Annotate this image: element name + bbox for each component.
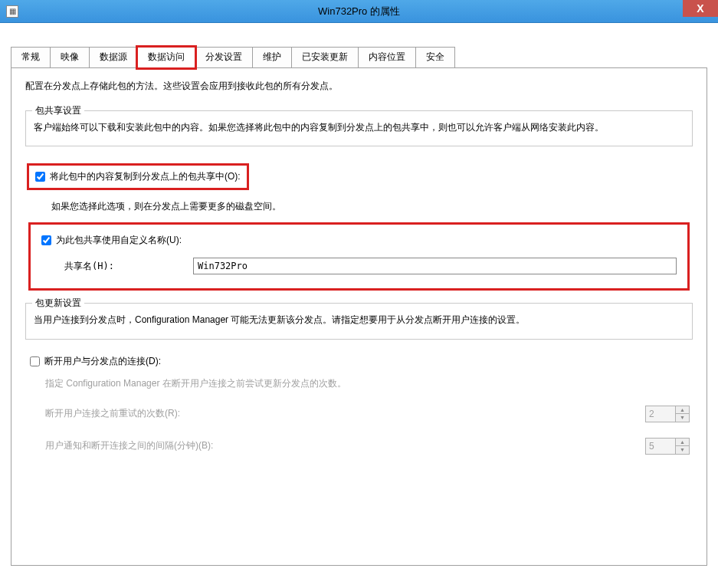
tab-data-access[interactable]: 数据访问 [137, 47, 195, 68]
custom-name-highlight: 为此包共享使用自定义名称(U): 共享名(H): [28, 222, 690, 291]
custom-name-label: 为此包共享使用自定义名称(U): [56, 234, 182, 247]
window-title: Win732Pro 的属性 [0, 5, 718, 18]
retry-count-up: ▲ [676, 406, 689, 415]
retry-count-label: 断开用户连接之前重试的次数(R): [45, 407, 645, 420]
interval-buttons: ▲ ▼ [675, 439, 689, 454]
interval-down: ▼ [676, 446, 689, 454]
dialog-body: 常规 映像 数据源 数据访问 分发设置 维护 已安装更新 内容位置 安全 配置在… [0, 23, 718, 588]
interval-spinner: ▲ ▼ [645, 438, 690, 455]
update-settings-desc: 当用户连接到分发点时，Configuration Manager 可能无法更新该… [34, 313, 684, 327]
copy-note: 如果您选择此选项，则在分发点上需要更多的磁盘空间。 [51, 199, 693, 213]
retry-count-buttons: ▲ ▼ [675, 406, 689, 422]
share-settings-desc: 客户端始终可以下载和安装此包中的内容。如果您选择将此包中的内容复制到分发点上的包… [34, 120, 684, 135]
tab-general[interactable]: 常规 [11, 47, 51, 68]
tab-distribution[interactable]: 分发设置 [195, 47, 253, 68]
share-name-input[interactable] [193, 258, 677, 274]
tab-images[interactable]: 映像 [50, 47, 90, 68]
retry-count-input [646, 406, 675, 422]
retry-count-spinner: ▲ ▼ [645, 406, 690, 422]
copy-to-share-checkbox-row[interactable]: 将此包中的内容复制到分发点上的包共享中(O): [35, 170, 241, 183]
titlebar: ▦ Win732Pro 的属性 X [0, 0, 718, 23]
update-settings-legend: 包更新设置 [32, 297, 84, 310]
interval-input [646, 439, 675, 454]
intro-text: 配置在分发点上存储此包的方法。这些设置会应用到接收此包的所有分发点。 [25, 79, 693, 94]
tab-content-locations[interactable]: 内容位置 [358, 47, 416, 68]
update-settings-group: 包更新设置 当用户连接到分发点时，Configuration Manager 可… [25, 303, 693, 339]
tab-datasource[interactable]: 数据源 [89, 47, 138, 68]
disconnect-checkbox[interactable] [30, 356, 40, 366]
custom-name-checkbox[interactable] [41, 235, 51, 245]
share-name-label: 共享名(H): [64, 260, 193, 273]
retry-count-row: 断开用户连接之前重试的次数(R): ▲ ▼ [45, 406, 690, 422]
copy-to-share-checkbox[interactable] [35, 172, 45, 182]
tab-maintenance[interactable]: 维护 [252, 47, 292, 68]
copy-checkbox-highlight: 将此包中的内容复制到分发点上的包共享中(O): [27, 163, 249, 190]
share-name-row: 共享名(H): [64, 258, 677, 274]
interval-up: ▲ [676, 439, 689, 447]
retry-count-down: ▼ [676, 414, 689, 422]
custom-name-checkbox-row[interactable]: 为此包共享使用自定义名称(U): [41, 234, 677, 247]
disconnect-label: 断开用户与分发点的连接(D): [44, 355, 161, 368]
tab-security[interactable]: 安全 [415, 47, 455, 68]
tab-installed-updates[interactable]: 已安装更新 [291, 47, 359, 68]
disconnect-checkbox-row[interactable]: 断开用户与分发点的连接(D): [30, 355, 690, 368]
share-settings-group: 包共享设置 客户端始终可以下载和安装此包中的内容。如果您选择将此包中的内容复制到… [25, 110, 693, 146]
disconnect-note: 指定 Configuration Manager 在断开用户连接之前尝试更新分发… [45, 377, 690, 390]
interval-label: 用户通知和断开连接之间的间隔(分钟)(B): [45, 439, 645, 452]
tab-strip: 常规 映像 数据源 数据访问 分发设置 维护 已安装更新 内容位置 安全 [11, 46, 707, 67]
close-button[interactable]: X [683, 0, 718, 17]
tab-panel: 配置在分发点上存储此包的方法。这些设置会应用到接收此包的所有分发点。 包共享设置… [11, 67, 707, 566]
close-icon: X [697, 2, 703, 15]
disconnect-section: 断开用户与分发点的连接(D): 指定 Configuration Manager… [25, 355, 693, 455]
copy-to-share-label: 将此包中的内容复制到分发点上的包共享中(O): [50, 170, 241, 183]
interval-row: 用户通知和断开连接之间的间隔(分钟)(B): ▲ ▼ [45, 438, 690, 455]
share-settings-legend: 包共享设置 [32, 104, 84, 117]
